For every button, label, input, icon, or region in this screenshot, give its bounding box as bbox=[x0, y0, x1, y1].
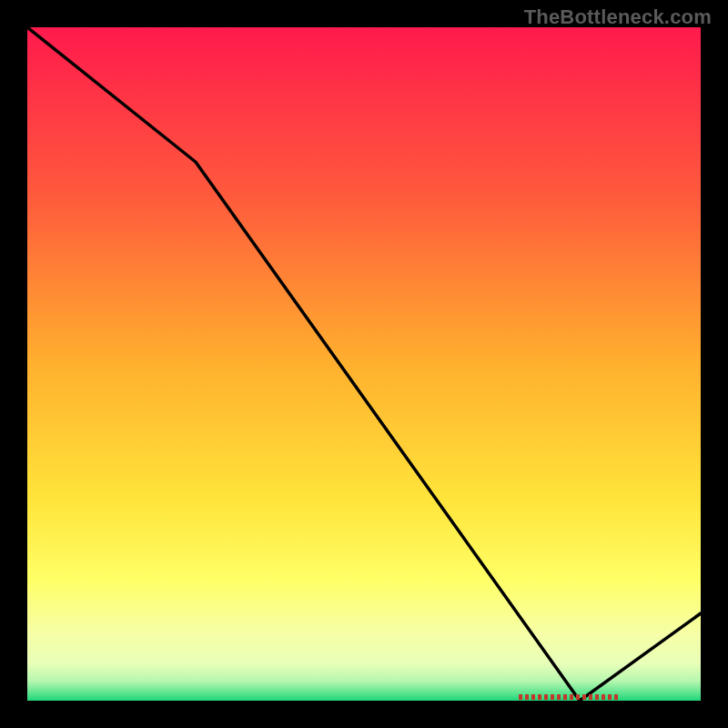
watermark-text: TheBottleneck.com bbox=[524, 5, 712, 29]
chart-svg bbox=[27, 27, 701, 701]
chart-frame: TheBottleneck.com bbox=[0, 0, 728, 728]
gradient-background bbox=[27, 27, 701, 701]
plot-area bbox=[27, 27, 701, 701]
